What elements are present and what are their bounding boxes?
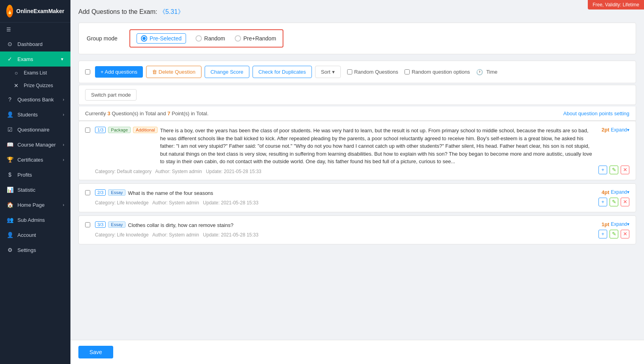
q3-edit-btn[interactable]: ✎	[610, 230, 618, 238]
sidebar-item-exams-list[interactable]: ○ Exams List	[13, 67, 70, 79]
radio-pre-random[interactable]: Pre+Random	[235, 35, 276, 42]
sidebar-item-label: Questionnaire	[17, 127, 49, 133]
q2-score: 4pt	[602, 189, 610, 195]
sidebar-item-course-manager[interactable]: 📖 Course Manager ›	[0, 137, 70, 152]
chevron-down-icon: ▼	[60, 57, 64, 61]
q1-checkbox-area	[85, 128, 90, 174]
dashboard-icon: ⊙	[6, 41, 13, 47]
q1-add-btn[interactable]: +	[598, 166, 607, 174]
q1-del-btn[interactable]: ✕	[621, 166, 629, 174]
questions-bank-icon: ?	[6, 96, 13, 103]
main-area: Add Questions to the Exam: 《5.31》 Group …	[70, 0, 644, 364]
q1-expand-link[interactable]: Expand▾	[611, 127, 629, 133]
sidebar-item-label: Certificates	[17, 157, 43, 163]
sidebar-item-home-page[interactable]: 🏠 Home Page ›	[0, 197, 70, 212]
questionnaire-icon: ☑	[6, 126, 13, 133]
q3-del-btn[interactable]: ✕	[621, 230, 629, 238]
q1-num-badge: 1/3	[95, 127, 106, 133]
q3-actions: + ✎ ✕	[598, 230, 629, 238]
radio-dot-pre-selected	[141, 35, 147, 42]
sidebar-item-label: Account	[17, 232, 36, 238]
random-options-checkbox[interactable]	[405, 69, 410, 74]
q2-meta: Category: Life knowledge Author: System …	[95, 200, 593, 206]
settings-icon: ⚙	[6, 247, 13, 253]
random-questions-checkbox[interactable]	[347, 69, 352, 74]
sidebar-item-exams[interactable]: ✓ Exams ▼	[0, 51, 70, 67]
sort-button[interactable]: Sort ▾	[315, 66, 341, 78]
add-questions-button[interactable]: + Add questions	[95, 66, 143, 78]
q3-expand-link[interactable]: Expand▾	[611, 221, 629, 227]
chevron-right-icon: ›	[63, 97, 64, 102]
random-options-option[interactable]: Random question options	[405, 69, 470, 75]
save-button[interactable]: Save	[78, 346, 113, 358]
sidebar-item-dashboard[interactable]: ⊙ Dashboard	[0, 36, 70, 51]
sidebar-item-account[interactable]: 👤 Account	[0, 227, 70, 242]
logo-area: 🔥 OnlineExamMaker	[0, 0, 70, 23]
sidebar-item-sub-admins[interactable]: 👥 Sub Admins	[0, 212, 70, 227]
about-points-link[interactable]: About question points setting	[563, 111, 629, 116]
q2-del-btn[interactable]: ✕	[621, 198, 629, 206]
q1-meta: Category: Default category Author: Syste…	[95, 169, 593, 174]
sidebar-item-certificates[interactable]: 🏆 Certificates ›	[0, 152, 70, 167]
sidebar-item-label: Home Page	[17, 202, 45, 208]
question-card-3: 3/3 Essay Clothes collar is dirty, how c…	[78, 215, 636, 244]
summary-bar: Currently 3 Question(s) in Total and 7 P…	[78, 107, 636, 121]
q2-essay-badge: Essay	[108, 189, 125, 196]
sidebar-item-settings[interactable]: ⚙ Settings	[0, 242, 70, 257]
q2-num-badge: 2/3	[95, 189, 106, 196]
q3-num-badge: 3/3	[95, 221, 106, 228]
select-all-checkbox[interactable]	[85, 69, 90, 74]
change-score-button[interactable]: Change Score	[205, 66, 249, 78]
menu-toggle[interactable]: ☰	[0, 23, 70, 36]
q1-header: 1/3 Package Additional There is a boy, o…	[95, 127, 593, 166]
chevron-right-icon: ›	[63, 203, 64, 207]
sidebar-item-label: Dashboard	[17, 41, 43, 47]
logo-icon: 🔥	[6, 5, 13, 17]
q1-edit-btn[interactable]: ✎	[610, 166, 618, 174]
q1-body: 1/3 Package Additional There is a boy, o…	[95, 127, 593, 174]
q1-checkbox[interactable]	[85, 128, 90, 133]
radio-dot-pre-random	[235, 35, 241, 42]
q3-header: 3/3 Essay Clothes collar is dirty, how c…	[95, 221, 593, 229]
q3-checkbox[interactable]	[85, 222, 90, 227]
q2-score-expand: 4pt Expand▾	[602, 189, 629, 195]
exams-list-icon: ○	[13, 70, 20, 76]
time-icon: 🕐	[476, 69, 483, 75]
switch-part-button[interactable]: Switch part mode	[85, 89, 137, 101]
delete-question-button[interactable]: 🗑 Delete Question	[146, 66, 201, 78]
profits-icon: $	[6, 172, 13, 178]
q3-checkbox-area	[85, 222, 90, 238]
radio-random[interactable]: Random	[196, 35, 225, 42]
sidebar-item-statistic[interactable]: 📊 Statistic	[0, 182, 70, 197]
q2-checkbox[interactable]	[85, 190, 90, 195]
sidebar-item-students[interactable]: 👤 Students ›	[0, 107, 70, 122]
q2-edit-btn[interactable]: ✎	[610, 198, 618, 206]
radio-dot-random	[196, 35, 202, 42]
q2-add-btn[interactable]: +	[598, 198, 607, 206]
q3-body: 3/3 Essay Clothes collar is dirty, how c…	[95, 221, 593, 238]
q3-right: 1pt Expand▾ + ✎ ✕	[598, 221, 629, 238]
q1-text: There is a boy, over the years has been …	[160, 127, 593, 166]
content-area: Add Questions to the Exam: 《5.31》 Group …	[70, 0, 644, 340]
q2-actions: + ✎ ✕	[598, 198, 629, 206]
sidebar-item-label: Prize Quizzes	[24, 83, 53, 88]
question-count: 3	[107, 111, 110, 116]
sidebar-item-label: Students	[17, 112, 38, 118]
q2-expand-link[interactable]: Expand▾	[611, 189, 629, 195]
sidebar-item-profits[interactable]: $ Profits	[0, 167, 70, 182]
sidebar-item-prize-quizzes[interactable]: ✕ Prize Quizzes	[13, 79, 70, 92]
q1-package-badge: Package	[108, 127, 131, 133]
radio-pre-selected[interactable]: Pre-Selected	[137, 33, 186, 44]
q1-score: 2pt	[602, 127, 610, 133]
group-mode-label: Group mode	[87, 35, 118, 42]
sidebar-item-label: Exams List	[24, 70, 47, 76]
question-card-1: 1/3 Package Additional There is a boy, o…	[78, 121, 636, 180]
random-questions-option[interactable]: Random Questions	[347, 69, 398, 75]
q3-add-btn[interactable]: +	[598, 230, 607, 238]
sidebar-item-questions-bank[interactable]: ? Questions Bank ›	[0, 92, 70, 107]
check-duplicates-button[interactable]: Check for Duplicates	[253, 66, 312, 78]
q3-score: 1pt	[602, 221, 610, 227]
q3-score-expand: 1pt Expand▾	[602, 221, 629, 227]
sub-admins-icon: 👥	[6, 217, 13, 223]
sidebar-item-questionnaire[interactable]: ☑ Questionnaire	[0, 122, 70, 137]
